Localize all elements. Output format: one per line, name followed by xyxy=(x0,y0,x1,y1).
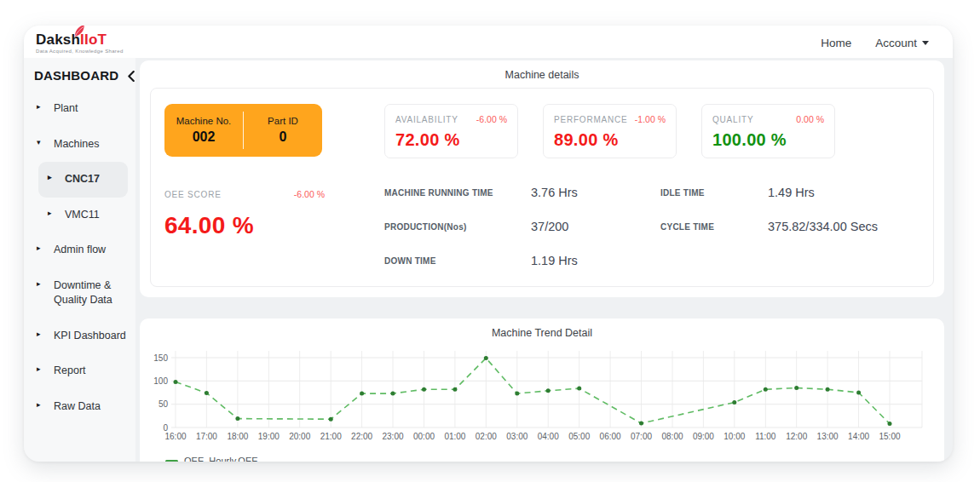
kpi-delta: 0.00 % xyxy=(796,114,824,124)
expand-arrow-icon[interactable]: ▸ xyxy=(37,399,43,411)
svg-text:17:00: 17:00 xyxy=(196,432,217,441)
topbar: DakshIIoT Data Acquired, Knowledge Share… xyxy=(24,26,953,58)
chart-legend: OEE_Hourly.OEE xyxy=(150,453,934,462)
svg-text:09:00: 09:00 xyxy=(693,432,714,441)
sidebar: DASHBOARD ▸Plant▾Machines▸CNC17▸VMC11▸Ad… xyxy=(24,58,135,462)
sidebar-item-label: Raw Data xyxy=(54,399,101,415)
legend-swatch-icon xyxy=(165,460,178,462)
stat-label-idle-time: IDLE TIME xyxy=(660,188,768,198)
sidebar-nav: ▸Plant▾Machines▸CNC17▸VMC11▸Admin flow▸D… xyxy=(24,91,135,424)
field-label: Machine No. xyxy=(166,116,241,126)
svg-text:15:00: 15:00 xyxy=(879,432,900,441)
oee-score-block: OEE SCORE -6.00 % 64.00 % xyxy=(164,186,325,267)
sidebar-item-label: VMC11 xyxy=(65,208,100,223)
expand-arrow-icon[interactable]: ▸ xyxy=(37,243,43,255)
expand-arrow-icon[interactable]: ▸ xyxy=(37,278,43,290)
expand-arrow-icon[interactable]: ▸ xyxy=(48,172,55,184)
svg-text:13:00: 13:00 xyxy=(817,432,839,441)
expand-arrow-icon[interactable]: ▸ xyxy=(37,364,43,376)
stat-value: 1.49 Hrs xyxy=(768,186,914,199)
svg-text:01:00: 01:00 xyxy=(444,432,465,441)
svg-text:05:00: 05:00 xyxy=(568,432,590,441)
stat-label-down-time: DOWN TIME xyxy=(384,256,531,266)
oee-label: OEE SCORE xyxy=(164,190,222,199)
part-id-field: Part ID0 xyxy=(244,112,322,148)
expand-arrow-icon[interactable]: ▸ xyxy=(37,329,43,341)
nav-account[interactable]: Account xyxy=(875,37,929,49)
sidebar-header: DASHBOARD xyxy=(24,65,135,91)
machine-trend-title: Machine Trend Detail xyxy=(150,324,934,346)
machine-no-field: Machine No.002 xyxy=(164,112,243,148)
svg-text:00:00: 00:00 xyxy=(413,432,435,441)
chevron-down-icon xyxy=(922,41,929,45)
kpi-card-performance: PERFORMANCE-1.00 %89.00 % xyxy=(543,104,677,158)
main-content: Machine details Machine No.002Part ID0 A… xyxy=(135,58,953,462)
sidebar-item-label: Admin flow xyxy=(54,243,106,258)
machine-details-title: Machine details xyxy=(150,66,934,88)
svg-text:150: 150 xyxy=(153,353,168,363)
top-nav: HomeAccount xyxy=(821,37,929,49)
field-value: 002 xyxy=(166,129,241,145)
svg-text:06:00: 06:00 xyxy=(600,432,621,441)
stat-label-machine-running-time: MACHINE RUNNING TIME xyxy=(384,188,531,198)
sidebar-item-vmc11[interactable]: ▸VMC11 xyxy=(38,198,135,233)
svg-text:11:00: 11:00 xyxy=(755,432,776,441)
sidebar-item-report[interactable]: ▸Report xyxy=(24,353,135,389)
svg-text:0: 0 xyxy=(163,423,168,433)
kpi-label: AVAILABILITY xyxy=(395,115,458,124)
brand-tagline: Data Acquired, Knowledge Shared xyxy=(36,49,124,54)
expand-arrow-icon[interactable]: ▸ xyxy=(37,101,43,113)
kpi-value: 100.00 % xyxy=(712,130,824,150)
sidebar-collapse-icon[interactable] xyxy=(126,71,135,82)
stat-value: 37/200 xyxy=(531,220,660,233)
svg-text:12:00: 12:00 xyxy=(786,432,807,441)
sidebar-item-downtime-quality-data[interactable]: ▸Downtime & Quality Data xyxy=(24,268,135,318)
collapse-arrow-icon[interactable]: ▾ xyxy=(37,137,43,149)
machine-number-card: Machine No.002Part ID0 xyxy=(164,104,322,157)
svg-text:19:00: 19:00 xyxy=(258,432,280,441)
svg-text:20:00: 20:00 xyxy=(289,432,310,441)
sidebar-item-label: Machines xyxy=(54,137,100,152)
oee-value: 64.00 % xyxy=(164,212,325,239)
svg-text:10:00: 10:00 xyxy=(723,432,745,441)
kpi-delta: -6.00 % xyxy=(476,114,507,124)
machine-details-panel: Machine details Machine No.002Part ID0 A… xyxy=(140,60,944,297)
machine-stats-grid: MACHINE RUNNING TIME3.76 HrsIDLE TIME1.4… xyxy=(384,186,919,267)
svg-text:02:00: 02:00 xyxy=(476,432,497,441)
field-value: 0 xyxy=(245,129,320,145)
stat-value: 1.19 Hrs xyxy=(531,254,660,267)
stat-value: 375.82/334.00 Secs xyxy=(768,220,914,233)
svg-text:100: 100 xyxy=(153,376,168,386)
trend-chart: 16:0017:0018:0019:0020:0021:0022:0023:00… xyxy=(150,347,934,453)
svg-text:22:00: 22:00 xyxy=(351,432,372,441)
stat-label-production-nos: PRODUCTION(Nos) xyxy=(384,222,531,232)
stat-label-cycle-time: CYCLE TIME xyxy=(660,222,768,232)
nav-home[interactable]: Home xyxy=(821,37,851,49)
svg-text:14:00: 14:00 xyxy=(848,432,869,441)
field-label: Part ID xyxy=(245,116,320,126)
kpi-cards-row: AVAILABILITY-6.00 %72.00 %PERFORMANCE-1.… xyxy=(384,104,919,158)
kpi-card-quality: QUALITY0.00 %100.00 % xyxy=(701,104,835,158)
sidebar-item-raw-data[interactable]: ▸Raw Data xyxy=(24,389,135,425)
oee-delta: -6.00 % xyxy=(294,189,325,199)
kpi-value: 89.00 % xyxy=(554,130,666,150)
kpi-delta: -1.00 % xyxy=(635,114,666,124)
sidebar-title: DASHBOARD xyxy=(34,68,118,83)
nav-label: Account xyxy=(875,37,917,49)
svg-text:23:00: 23:00 xyxy=(382,432,403,441)
sidebar-item-plant[interactable]: ▸Plant xyxy=(24,91,135,127)
svg-text:21:00: 21:00 xyxy=(320,432,342,441)
sidebar-item-admin-flow[interactable]: ▸Admin flow xyxy=(24,232,135,268)
kpi-label: QUALITY xyxy=(712,115,753,124)
stat-value: 3.76 Hrs xyxy=(531,186,660,199)
expand-arrow-icon[interactable]: ▸ xyxy=(48,208,55,220)
app-body: DASHBOARD ▸Plant▾Machines▸CNC17▸VMC11▸Ad… xyxy=(24,58,953,462)
brand-logo[interactable]: DakshIIoT Data Acquired, Knowledge Share… xyxy=(36,32,124,54)
kpi-card-availability: AVAILABILITY-6.00 %72.00 % xyxy=(384,104,518,158)
sidebar-item-machines[interactable]: ▾Machines xyxy=(24,127,135,163)
sidebar-item-cnc17[interactable]: ▸CNC17 xyxy=(38,162,128,198)
machine-details-card: Machine No.002Part ID0 AVAILABILITY-6.00… xyxy=(150,88,934,287)
svg-text:16:00: 16:00 xyxy=(164,432,186,441)
app-window: DakshIIoT Data Acquired, Knowledge Share… xyxy=(24,26,953,462)
sidebar-item-kpi-dashboard[interactable]: ▸KPI Dashboard xyxy=(24,318,135,354)
